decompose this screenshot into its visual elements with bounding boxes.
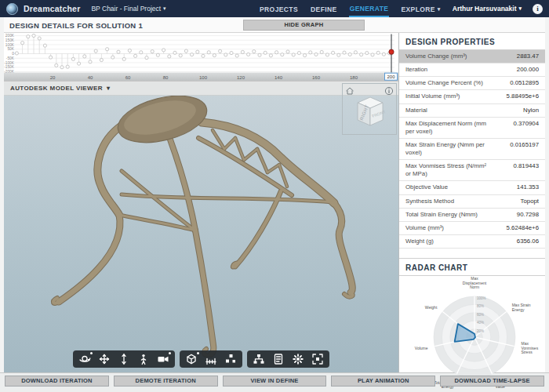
svg-text:200: 200 bbox=[387, 74, 395, 79]
svg-text:100%: 100% bbox=[477, 296, 486, 300]
property-row[interactable]: Max Displacement Norm (mm per voxel)0.37… bbox=[399, 118, 545, 139]
property-value: 200.000 bbox=[517, 66, 539, 74]
view-in-define-button[interactable]: VIEW IN DEFINE bbox=[223, 376, 327, 387]
property-label: Objective Value bbox=[405, 183, 448, 191]
svg-text:80: 80 bbox=[163, 75, 169, 80]
nav-item-projects[interactable]: PROJECTS bbox=[259, 2, 299, 16]
iteration-graph[interactable]: 200K150K100K50K0-50K-100K-150K-200K20406… bbox=[4, 33, 398, 81]
property-row[interactable]: MaterialNylon bbox=[399, 104, 545, 118]
download-time-lapse-button[interactable]: DOWNLOAD TIME-LAPSE bbox=[440, 376, 544, 387]
property-row[interactable]: Volume Change (mm³)2883.47 bbox=[399, 50, 545, 64]
selected-iteration-marker[interactable] bbox=[389, 49, 394, 54]
design-properties-title: DESIGN PROPERTIES bbox=[399, 33, 545, 50]
page-title: DESIGN DETAILS FOR SOLUTION 1 bbox=[9, 21, 143, 30]
toolbar-group bbox=[73, 350, 175, 368]
property-label: Material bbox=[405, 107, 427, 114]
play-animation-button[interactable]: PLAY ANIMATION bbox=[331, 376, 435, 387]
download-iteration-button[interactable]: DOWNLOAD ITERATION bbox=[5, 376, 109, 387]
top-nav-bar: Dreamcatcher BP Chair - Final Project PR… bbox=[0, 0, 549, 17]
svg-text:MaxVonmisesStress: MaxVonmisesStress bbox=[521, 341, 538, 354]
model-viewer[interactable]: AUTODESK MODEL VIEWER RIGHT FRON bbox=[4, 82, 398, 372]
toolbar-group bbox=[180, 350, 242, 368]
toolbar-group bbox=[247, 350, 329, 368]
radar-chart: 20%40%60%80%100%MaxDisplacementNormMax S… bbox=[399, 276, 545, 392]
camera-icon[interactable] bbox=[157, 353, 169, 365]
property-value: 2883.47 bbox=[517, 53, 539, 60]
property-value: 0.370904 bbox=[513, 120, 539, 136]
explode-icon[interactable] bbox=[224, 353, 237, 365]
property-row[interactable]: Iteration200.000 bbox=[399, 64, 545, 77]
radar-chart-title: RADAR CHART bbox=[399, 258, 545, 276]
svg-text:20: 20 bbox=[50, 75, 56, 80]
property-value: Nylon bbox=[523, 107, 539, 114]
svg-text:-150K: -150K bbox=[4, 65, 15, 69]
property-row[interactable]: Synthesis MethodTopopt bbox=[399, 195, 545, 209]
svg-text:180: 180 bbox=[350, 75, 358, 80]
app-title: Dreamcatcher bbox=[24, 4, 80, 13]
property-label: Volume (mm³) bbox=[405, 224, 444, 232]
info-icon[interactable]: i bbox=[533, 4, 543, 14]
property-row[interactable]: Max Strain Energy (Nmm per voxel)0.01651… bbox=[399, 139, 545, 160]
nav-item-define[interactable]: DEFINE bbox=[310, 2, 338, 16]
property-value: 90.7298 bbox=[517, 211, 539, 219]
viewer-header: AUTODESK MODEL VIEWER bbox=[4, 82, 398, 96]
property-row[interactable]: Volume Change Percent (%)0.0512895 bbox=[399, 77, 545, 90]
svg-text:Weight: Weight bbox=[425, 305, 438, 310]
property-row[interactable]: Total Strain Energy (Nmm)90.7298 bbox=[399, 209, 545, 222]
nav-item-explore[interactable]: EXPLORE bbox=[400, 2, 441, 16]
nav-item-generate[interactable]: GENERATE bbox=[349, 1, 390, 17]
property-value: 0.0512895 bbox=[510, 79, 539, 87]
iteration-graph-strip: 200K150K100K50K0-50K-100K-150K-200K20406… bbox=[4, 33, 398, 82]
orbit-icon[interactable] bbox=[78, 353, 91, 365]
property-label: Synthesis Method bbox=[405, 198, 454, 205]
property-row[interactable]: Weight (g)6356.06 bbox=[399, 235, 545, 249]
svg-text:40%: 40% bbox=[477, 321, 484, 325]
property-row[interactable]: Max Vonmises Stress (N/mm² or MPa)0.8194… bbox=[399, 160, 545, 181]
user-menu[interactable]: Arthur Harsuvanakit bbox=[453, 5, 522, 13]
property-label: Iteration bbox=[405, 66, 427, 74]
svg-text:80%: 80% bbox=[477, 304, 484, 308]
zoom-icon[interactable] bbox=[118, 353, 130, 365]
viewcube-panel: RIGHT FRONT bbox=[342, 83, 397, 135]
property-value: 0.819443 bbox=[513, 162, 539, 178]
iteration-slider[interactable]: 200 bbox=[385, 73, 398, 80]
chair-model[interactable] bbox=[4, 96, 398, 372]
detail-header: DESIGN DETAILS FOR SOLUTION 1 HIDE GRAPH bbox=[4, 17, 545, 33]
property-value: 141.353 bbox=[517, 183, 539, 191]
property-row[interactable]: Objective Value141.353 bbox=[399, 181, 545, 194]
svg-text:50K: 50K bbox=[7, 47, 14, 51]
measure-icon[interactable] bbox=[205, 353, 217, 365]
pan-icon[interactable] bbox=[98, 353, 111, 365]
dreamcatcher-logo-icon bbox=[6, 3, 18, 15]
model-tree-icon[interactable] bbox=[253, 353, 265, 365]
hide-graph-button[interactable]: HIDE GRAPH bbox=[243, 20, 365, 31]
property-row[interactable]: Initial Volume (mm³)5.88495e+6 bbox=[399, 90, 545, 103]
property-row[interactable]: Volume (mm³)5.62484e+6 bbox=[399, 222, 545, 235]
svg-text:0: 0 bbox=[12, 52, 14, 56]
property-value: Topopt bbox=[521, 198, 539, 205]
property-value: 6356.06 bbox=[517, 238, 539, 245]
first-person-icon[interactable] bbox=[137, 353, 150, 365]
property-label: Initial Volume (mm³) bbox=[405, 93, 460, 100]
fullscreen-icon[interactable] bbox=[311, 353, 324, 365]
property-value: 0.0165197 bbox=[510, 141, 539, 157]
viewer-mode-dropdown[interactable]: AUTODESK MODEL VIEWER bbox=[10, 85, 110, 92]
demote-iteration-button[interactable]: DEMOTE ITERATION bbox=[114, 376, 218, 387]
property-label: Max Strain Energy (Nmm per voxel) bbox=[405, 141, 493, 157]
section-icon[interactable] bbox=[185, 353, 198, 365]
svg-text:160: 160 bbox=[312, 75, 321, 80]
project-selector[interactable]: BP Chair - Final Project bbox=[91, 5, 165, 13]
viewer-toolbar bbox=[4, 350, 398, 368]
viewcube[interactable]: RIGHT FRONT bbox=[353, 95, 387, 128]
property-label: Max Displacement Norm (mm per voxel) bbox=[405, 120, 493, 136]
property-label: Volume Change (mm³) bbox=[405, 53, 467, 60]
svg-text:Max StrainEnergy: Max StrainEnergy bbox=[512, 303, 531, 312]
svg-text:200K: 200K bbox=[5, 34, 15, 38]
svg-text:100K: 100K bbox=[5, 43, 15, 47]
svg-text:Volume: Volume bbox=[415, 346, 428, 350]
settings-icon[interactable] bbox=[292, 353, 304, 365]
svg-text:-100K: -100K bbox=[4, 61, 15, 65]
properties-icon[interactable] bbox=[272, 353, 285, 365]
svg-text:20%: 20% bbox=[477, 329, 484, 333]
svg-text:60%: 60% bbox=[477, 313, 484, 317]
